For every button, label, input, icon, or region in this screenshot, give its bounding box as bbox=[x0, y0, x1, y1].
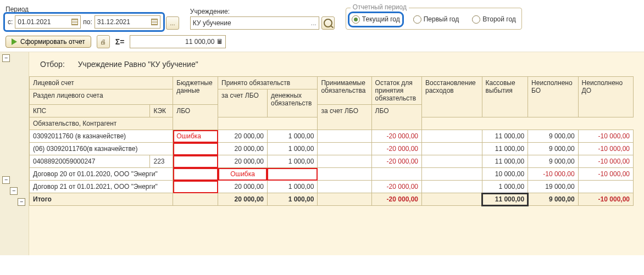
col-do: Неисполнено ДО bbox=[578, 77, 633, 117]
play-icon bbox=[12, 38, 17, 45]
col-kek: КЭК bbox=[150, 105, 173, 117]
calendar-icon[interactable] bbox=[71, 19, 78, 25]
table-row[interactable]: Договор 21 от 01.01.2021, ООО "Энерги"20… bbox=[30, 181, 634, 193]
col-cash: Кассовые выбытия bbox=[482, 77, 528, 117]
cell-do: -10 000,00 bbox=[578, 168, 633, 181]
calendar-icon[interactable] bbox=[151, 19, 158, 25]
cell-lbo: Ошибка bbox=[218, 168, 268, 181]
cell-kass: 11 000,00 bbox=[482, 130, 528, 143]
period-label: Период bbox=[5, 5, 163, 13]
row-name: Договор 20 от 01.01.2020, ООО "Энерги" bbox=[30, 168, 173, 181]
table-row[interactable]: Договор 20 от 01.01.2020, ООО "Энерги"Ош… bbox=[30, 168, 634, 181]
row-kek: 223 bbox=[150, 155, 173, 168]
col-za-lbo: за счет ЛБО bbox=[218, 89, 268, 117]
col-recovery: Восстановление расходов bbox=[422, 77, 482, 117]
cell-kass: 11 000,00 bbox=[482, 155, 528, 168]
col-oblig: Обязательство, Контрагент bbox=[30, 117, 173, 130]
filter-summary: Отбор: Учреждение Равно "КУ убучение" bbox=[29, 52, 644, 76]
total-prin bbox=[318, 193, 371, 206]
sum-field[interactable]: 11 000,00 🖩 bbox=[130, 35, 226, 48]
col-lbo2: ЛБО bbox=[371, 105, 421, 130]
print-settings-button[interactable]: 🖨 bbox=[97, 35, 110, 48]
col-rest: Остаток для принятия обязательств bbox=[371, 77, 421, 105]
radio-first-year[interactable]: Первый год bbox=[413, 15, 459, 24]
cell-voss bbox=[422, 168, 482, 181]
org-input[interactable]: КУ убучение ... bbox=[190, 16, 319, 30]
table-row[interactable]: (06) 03092011760(в казначействе)20 000,0… bbox=[30, 143, 634, 155]
cell-den: 1 000,00 bbox=[267, 143, 317, 155]
col-za-lbo2: за счет ЛБО bbox=[318, 105, 371, 130]
cell-budget bbox=[173, 143, 218, 155]
date-range-highlight: с: 01.01.2021 по: 31.12.2021 bbox=[5, 14, 163, 30]
total-budget bbox=[173, 193, 218, 206]
cell-bo: 9 000,00 bbox=[528, 143, 579, 155]
report-table: Лицевой счет Бюджетные данные Принято об… bbox=[29, 76, 634, 206]
date-to-input[interactable]: 31.12.2021 bbox=[95, 15, 160, 29]
col-den: денежных обязательств bbox=[267, 89, 317, 117]
org-search-button[interactable] bbox=[321, 16, 335, 30]
cell-voss bbox=[422, 143, 482, 155]
cell-prin bbox=[318, 143, 371, 155]
cell-den: 1 000,00 bbox=[267, 155, 317, 168]
tree-gutter: − − − − bbox=[0, 52, 29, 255]
cell-prin bbox=[318, 130, 371, 143]
cell-prin bbox=[318, 155, 371, 168]
cell-ost: -20 000,00 bbox=[371, 181, 421, 193]
collapse-toggle[interactable]: − bbox=[2, 176, 10, 184]
total-label: Итого bbox=[30, 193, 173, 206]
col-bo: Неисполнено БО bbox=[528, 77, 579, 117]
cell-budget bbox=[173, 181, 218, 193]
cell-bo: 9 000,00 bbox=[528, 130, 579, 143]
cell-budget bbox=[173, 155, 218, 168]
filter-key: Отбор: bbox=[40, 60, 65, 69]
cell-do: -10 000,00 bbox=[578, 143, 633, 155]
radio-second-year[interactable]: Второй год bbox=[472, 15, 516, 24]
total-bo: 9 000,00 bbox=[528, 193, 579, 206]
collapse-toggle[interactable]: − bbox=[10, 187, 18, 195]
col-account: Лицевой счет bbox=[30, 77, 173, 89]
cell-prin bbox=[318, 181, 371, 193]
radio-dot-icon bbox=[472, 15, 480, 24]
cell-do: -10 000,00 bbox=[578, 155, 633, 168]
calculator-icon[interactable]: 🖩 bbox=[216, 38, 223, 46]
collapse-toggle[interactable]: − bbox=[18, 198, 25, 206]
cell-ost: -20 000,00 bbox=[371, 143, 421, 155]
cell-lbo: 20 000,00 bbox=[218, 181, 268, 193]
search-icon bbox=[324, 19, 332, 27]
cell-den: 1 000,00 bbox=[267, 130, 317, 143]
cell-lbo: 20 000,00 bbox=[218, 143, 268, 155]
report-area: − − − − Отбор: Учреждение Равно "КУ убуч… bbox=[0, 52, 644, 255]
date-from-input[interactable]: 01.01.2021 bbox=[15, 15, 81, 29]
radio-current-year[interactable]: Текущий год bbox=[352, 15, 400, 24]
row-name: (06) 03092011760(в казначействе) bbox=[30, 143, 173, 155]
total-kass[interactable]: 11 000,00 bbox=[482, 193, 528, 206]
table-row[interactable]: 03092011760 (в казначействе)Ошибка20 000… bbox=[30, 130, 634, 143]
cell-ost: -20 000,00 bbox=[371, 155, 421, 168]
cell-lbo: 20 000,00 bbox=[218, 155, 268, 168]
report-period-group: Отчетный период Текущий год Первый год В… bbox=[346, 8, 522, 30]
error-text: Ошибка bbox=[176, 132, 201, 140]
run-label: Сформировать отчет bbox=[20, 38, 85, 46]
row-name: 04088920059000247 bbox=[30, 155, 150, 168]
collapse-toggle[interactable]: − bbox=[2, 54, 10, 62]
dots-icon[interactable]: ... bbox=[311, 19, 317, 27]
filter-value: Учреждение Равно "КУ убучение" bbox=[78, 60, 198, 69]
cell-budget: Ошибка bbox=[173, 130, 218, 143]
date-to-value: 31.12.2021 bbox=[97, 18, 130, 26]
cell-bo: -10 000,00 bbox=[528, 168, 579, 181]
col-accepted: Принято обязательств bbox=[218, 77, 318, 89]
period-picker-button[interactable]: ... bbox=[166, 16, 179, 30]
total-voss bbox=[422, 193, 482, 206]
col-section: Раздел лицевого счета bbox=[30, 89, 173, 105]
run-report-button[interactable]: Сформировать отчет bbox=[5, 36, 91, 48]
cell-den bbox=[267, 168, 317, 181]
col-accepting: Принимаемые обязательства bbox=[318, 77, 371, 105]
table-row[interactable]: 0408892005900024722320 000,001 000,00-20… bbox=[30, 155, 634, 168]
cell-ost bbox=[371, 168, 421, 181]
total-ost: -20 000,00 bbox=[371, 193, 421, 206]
cell-lbo: 20 000,00 bbox=[218, 130, 268, 143]
cell-bo: 9 000,00 bbox=[528, 155, 579, 168]
total-do: -10 000,00 bbox=[578, 193, 633, 206]
cell-do: -10 000,00 bbox=[578, 130, 633, 143]
total-den: 1 000,00 bbox=[267, 193, 317, 206]
